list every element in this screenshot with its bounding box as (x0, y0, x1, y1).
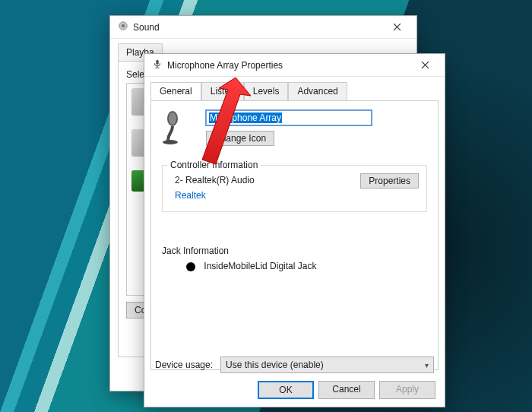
microphone-icon (152, 59, 163, 71)
controller-name: 2- Realtek(R) Audio (175, 175, 255, 185)
tab-levels[interactable]: Levels (244, 82, 289, 101)
device-large-icon (162, 110, 191, 147)
cancel-button[interactable]: Cancel (318, 381, 375, 399)
controller-vendor-link[interactable]: Realtek (175, 190, 255, 201)
svg-point-7 (163, 140, 178, 144)
chevron-down-icon: ▾ (425, 361, 429, 369)
mic-properties-window: Microphone Array Properties General List… (144, 53, 445, 407)
tab-advanced[interactable]: Advanced (288, 82, 347, 101)
ok-button[interactable]: OK (258, 381, 314, 399)
sound-title: Sound (133, 22, 375, 33)
controller-legend: Controller Information (167, 160, 261, 170)
properties-button[interactable]: Properties (360, 173, 419, 189)
apply-button[interactable]: Apply (379, 381, 435, 399)
change-icon-button[interactable]: Change Icon (206, 131, 274, 146)
prop-titlebar[interactable]: Microphone Array Properties (144, 54, 445, 77)
sound-titlebar[interactable]: Sound (110, 16, 416, 39)
tab-general[interactable]: General (150, 82, 201, 101)
close-icon[interactable] (408, 55, 442, 76)
device-name-input[interactable]: Microphone Array (206, 110, 372, 125)
device-usage-label: Device usage: (155, 360, 213, 370)
close-icon[interactable] (380, 17, 413, 38)
svg-rect-2 (156, 60, 159, 65)
jack-color-dot (186, 262, 195, 271)
tab-listen[interactable]: Listen (201, 82, 244, 101)
svg-point-6 (169, 113, 176, 125)
speaker-icon (118, 21, 128, 33)
jack-info-label: Jack Information (162, 246, 427, 256)
svg-point-1 (122, 24, 125, 27)
prop-title: Microphone Array Properties (167, 60, 404, 71)
device-usage-combo[interactable]: Use this device (enable) ▾ (220, 357, 434, 373)
jack-name: InsideMobileLid Digital Jack (204, 261, 316, 271)
controller-groupbox: Controller Information 2- Realtek(R) Aud… (162, 165, 427, 212)
